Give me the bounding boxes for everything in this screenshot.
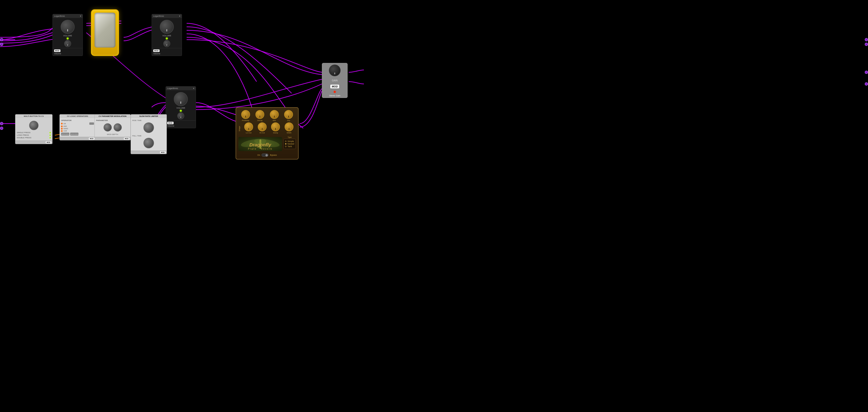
volume-knob-1[interactable] [61,20,75,34]
type-tank-label: Tank [287,145,292,148]
type-simple[interactable]: Simple [285,140,294,142]
cv-logic-badge: MOD [89,137,94,140]
long-press-row: LONG PRESS [17,134,51,136]
left-port-2[interactable] [0,43,3,46]
xor-led [61,130,63,132]
decay-label: Decay [257,119,263,122]
right-port-4[interactable] [865,82,868,86]
cv-logic-operators: CV LOGIC OPERATORS OPERATOR OR AND NAND … [60,114,96,140]
aux-knob-1[interactable] [64,40,71,47]
type-simple-label: Simple [287,140,294,142]
slew-footer: MOD [131,151,166,154]
lo-cut-label: Lo-Cut [246,132,251,134]
volume-label-3: VOLUME [176,107,185,109]
gain-label: GAIN [332,79,338,82]
dropdown-arrow-2[interactable]: ▾ [179,15,180,17]
dry-knob[interactable] [284,110,293,119]
mod-volume-1-title: Logarithmic [54,15,65,17]
slew-title: SLEW RATE LIMITER [139,115,158,117]
mod-depth-label: MOD DEPTH [96,133,129,135]
mod-volume-3: Logarithmic ▾ VOLUME MOD Volume [166,86,196,128]
fall-label: FALL TIME [132,135,165,137]
cv-logic-body: OPERATOR OR AND NAND XOR ANTILOGON ANTIL… [60,118,95,137]
rise-knob-area [132,122,165,133]
slew-rate-limiter: SLEW RATE LIMITER RISE TIME FALL TIME MO… [131,114,167,154]
mod-volume-1-footer: MOD Volume [53,48,83,56]
and-row: AND [61,125,94,127]
lo-cut-knob[interactable] [244,122,253,131]
or-row: OR [61,122,94,125]
left-port-1[interactable] [0,38,3,41]
rise-knob[interactable] [144,122,154,133]
slew-badge: MOD [160,151,166,153]
wet-knob[interactable] [270,110,279,119]
multi-btn-knob[interactable] [29,121,38,130]
guitar-pedal [91,9,119,56]
cv-bottom-btns: ANTILOGON ANTILOGON [61,133,94,135]
damp-knob[interactable] [271,122,280,131]
cvpm-knob-1[interactable] [103,123,112,131]
dragonfly-row2: Shape Lo-Cut Hi-Cut Damp Width [239,122,296,135]
hi-cut-label: Hi-Cut [259,132,265,134]
or-port[interactable] [89,122,94,125]
mod-badge-2: MOD [153,50,160,52]
toggle-thumb [266,154,268,156]
multi-btn-header: MULTI BUTTON TO CV [16,115,52,118]
single-press-led [50,132,51,133]
radio-nested[interactable] [285,143,286,145]
mod-badge-1: MOD [54,50,60,52]
hi-cut-knob[interactable] [258,122,267,131]
mod-badge-3: MOD [167,122,174,124]
dragonfly-sub-title: Plate · Reverb [239,148,282,150]
cv-param-mod: CV PARAMETER MODULATION PARAMETER MOD DE… [94,114,131,140]
aux-knob-2[interactable] [163,40,170,47]
mod-volume-3-header: Logarithmic ▾ [166,87,196,90]
on-label: On [257,154,260,156]
type-tank[interactable]: Tank [285,145,294,148]
aux-knob-3[interactable] [177,113,184,119]
dragonfly-artwork: Dragonfly Plate · Reverb [239,137,282,151]
volume-label-1: VOLUME [63,34,72,37]
dropdown-arrow-3[interactable]: ▾ [193,87,194,90]
type-nested[interactable]: Nested [285,143,294,145]
slew-header: SLEW RATE LIMITER [131,115,166,118]
rise-label: RISE TIME [132,119,165,122]
nand-led [61,128,63,129]
long-press-label: LONG PRESS [17,134,29,136]
cvpm-knob-2[interactable] [114,123,122,131]
slew-body: RISE TIME FALL TIME [131,118,166,151]
radio-tank[interactable] [285,146,286,147]
type-area: Type Simple Nested Tank [283,136,296,152]
volume-knob-3[interactable] [174,92,188,106]
width-knob[interactable] [285,122,293,131]
mod-subtitle-2: Volume [153,53,180,55]
bypass-toggle[interactable] [261,153,269,157]
left-port-4[interactable] [0,127,3,130]
left-port-3[interactable] [0,122,3,125]
dragonfly-knob-row-1: Predelay Decay Wet Dry [239,110,296,122]
cvpm-footer: MOD [95,137,130,140]
guitar-pedal-display [94,12,116,47]
or-led [61,123,63,124]
antilogon-btn-2[interactable]: ANTILOGON [70,133,79,135]
right-port-1[interactable] [865,38,868,41]
right-port-2[interactable] [865,43,868,46]
double-press-led [50,137,51,138]
mod-volume-2-title: Logarithmic [153,15,164,17]
volume-knob-2[interactable] [160,20,174,34]
cvpm-title: CV PARAMETER MODULATION [99,115,126,117]
antilogon-btn-1[interactable]: ANTILOGON [61,133,69,135]
dropdown-arrow[interactable]: ▾ [80,15,81,17]
radio-simple[interactable] [285,140,286,142]
decay-knob[interactable] [255,110,264,119]
wet-label: Wet [273,119,276,122]
type-label: Type [283,136,296,138]
multi-button-cv: MULTI BUTTON TO CV SINGLE PRESS LONG PRE… [15,114,53,144]
right-port-3[interactable] [865,71,868,74]
fall-knob[interactable] [144,138,154,148]
single-press-row: SINGLE PRESS [17,131,51,134]
multi-btn-body: SINGLE PRESS LONG PRESS DOUBLE PRESS [16,118,52,140]
gain-knob[interactable] [329,65,341,76]
cv-logic-footer: MOD [60,137,95,140]
predelay-knob[interactable] [241,110,250,119]
